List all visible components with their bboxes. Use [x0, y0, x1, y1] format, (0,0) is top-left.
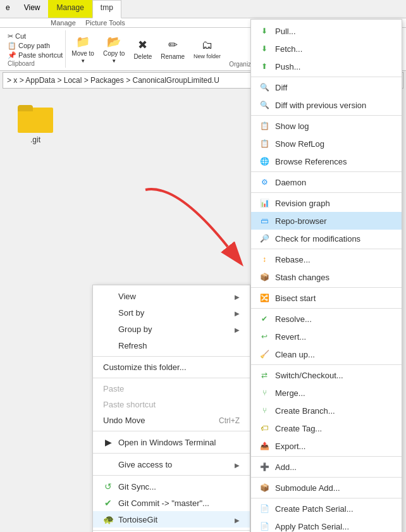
paste-shortcut-button[interactable]: 📌 Paste shortcut: [8, 51, 63, 60]
rename-button[interactable]: ✏ Rename: [157, 36, 188, 62]
graph-icon: 📊: [259, 197, 270, 209]
branch-icon: ⑂: [259, 405, 270, 416]
submenu-resolve[interactable]: ✔ Resolve...: [251, 310, 402, 328]
submenu-pull[interactable]: ⬇ Pull...: [251, 22, 402, 40]
cut-button[interactable]: ✂ Cut: [8, 32, 63, 41]
tag-icon: 🏷: [259, 423, 270, 434]
picture-tools-label: Manage Picture Tools: [51, 19, 125, 27]
daemon-icon: ⚙: [259, 176, 270, 188]
separator-2: [93, 378, 250, 378]
access-icon: [103, 459, 113, 469]
separator-5: [93, 475, 250, 476]
diff-prev-icon: 🔍: [259, 99, 270, 111]
fetch-icon: ⬇: [259, 43, 270, 54]
submenu-daemon[interactable]: ⚙ Daemon: [251, 173, 402, 191]
patch-icon: 📄: [259, 503, 270, 514]
menu-group-by[interactable]: Group by: [93, 321, 250, 337]
sub-sep-6: [251, 287, 402, 288]
submenu-add[interactable]: ➕ Add...: [251, 458, 402, 476]
tab-tmp[interactable]: tmp: [92, 0, 121, 18]
submenu-show-log[interactable]: 📋 Show log: [251, 117, 402, 135]
submenu-bisect[interactable]: 🔀 Bisect start: [251, 289, 402, 307]
submenu-create-branch[interactable]: ⑂ Create Branch...: [251, 402, 402, 419]
repo-icon: 🗃: [259, 215, 270, 226]
tortoisegit-submenu: ⬇ Pull... ⬇ Fetch... ⬆ Push... 🔍 Diff 🔍 …: [250, 19, 402, 532]
sub-sep-8: [251, 364, 402, 365]
sub-sep-1: [251, 77, 402, 77]
menu-refresh[interactable]: Refresh: [93, 337, 250, 354]
ribbon-tabs: e View Manage tmp: [0, 0, 406, 18]
view-icon: [103, 291, 113, 301]
submenu-diff-prev[interactable]: 🔍 Diff with previous version: [251, 96, 402, 114]
context-menu: View Sort by Group by Refresh Customize …: [92, 285, 250, 532]
scissors-icon: ✂: [8, 32, 13, 40]
submenu-push[interactable]: ⬆ Push...: [251, 58, 402, 75]
submenu-reflog[interactable]: 📋 Show RefLog: [251, 135, 402, 152]
rename-icon: ✏: [168, 38, 178, 52]
submenu-cleanup[interactable]: 🧹 Clean up...: [251, 345, 402, 363]
submenu-merge[interactable]: ⑂ Merge...: [251, 384, 402, 402]
clipboard-group: ✂ Cut 📋 Copy path 📌 Paste shortcut Clipb…: [5, 30, 66, 68]
tortoise-submenu-arrow: [235, 515, 240, 524]
push-icon: ⬆: [259, 61, 270, 72]
groupby-submenu-arrow: [235, 325, 240, 334]
sub-sep-4: [251, 192, 402, 193]
sub-sep-2: [251, 115, 402, 116]
menu-tortoisegit[interactable]: 🐢 TortoiseGit: [93, 511, 250, 528]
delete-button[interactable]: ✖ Delete: [130, 36, 155, 62]
copy-icon: 📋: [8, 42, 16, 50]
submenu-fetch[interactable]: ⬇ Fetch...: [251, 40, 402, 58]
submenu-rebase[interactable]: ↕ Rebase...: [251, 251, 402, 268]
tab-manage[interactable]: Manage: [48, 0, 92, 18]
menu-sort-by[interactable]: Sort by: [93, 304, 250, 321]
new-folder-button[interactable]: 🗂 New folder: [190, 37, 224, 61]
copy-folder-icon: 📂: [107, 35, 121, 49]
submenu-switch[interactable]: ⇄ Switch/Checkout...: [251, 366, 402, 384]
submenu-diff[interactable]: 🔍 Diff: [251, 78, 402, 96]
submenu-export[interactable]: 📤 Export...: [251, 437, 402, 455]
add-icon: ➕: [259, 461, 270, 473]
copy-chevron: ▼: [111, 58, 116, 64]
submenu-revert[interactable]: ↩ Revert...: [251, 328, 402, 345]
apply-icon: 📄: [259, 521, 270, 532]
tab-e[interactable]: e: [0, 0, 16, 18]
terminal-icon: ▶: [103, 437, 113, 447]
submenu-stash[interactable]: 📦 Stash changes: [251, 268, 402, 286]
submenu-browse-refs[interactable]: 🌐 Browse References: [251, 152, 402, 170]
tortoisegit-icon: 🐢: [103, 514, 113, 524]
submenu-submodule-add[interactable]: 📦 Submodule Add...: [251, 479, 402, 497]
menu-git-sync[interactable]: ↺ Git Sync...: [93, 478, 250, 495]
resolve-icon: ✔: [259, 313, 270, 325]
menu-undo-move[interactable]: Undo Move Ctrl+Z: [93, 412, 250, 428]
move-to-button[interactable]: 📁 Move to ▼: [68, 33, 97, 66]
folder-label: .git: [30, 135, 40, 144]
copy-to-button[interactable]: 📂 Copy to ▼: [100, 33, 128, 66]
separator-3: [93, 431, 250, 431]
diff-icon: 🔍: [259, 82, 270, 93]
refresh-icon: [103, 340, 113, 350]
menu-open-terminal[interactable]: ▶ Open in Windows Terminal: [93, 434, 250, 450]
sub-sep-9: [251, 456, 402, 457]
undo-shortcut: Ctrl+Z: [219, 416, 240, 425]
git-folder[interactable]: .git: [10, 100, 61, 162]
submenu-apply-patch[interactable]: 📄 Apply Patch Serial...: [251, 517, 402, 532]
view-submenu-arrow: [235, 292, 240, 301]
menu-view[interactable]: View: [93, 288, 250, 304]
reflog-icon: 📋: [259, 138, 270, 149]
submenu-create-tag[interactable]: 🏷 Create Tag...: [251, 419, 402, 437]
organize-group: 📁 Move to ▼ 📂 Copy to ▼ ✖ Delete ✏ Renam…: [68, 30, 254, 68]
menu-git-commit[interactable]: ✔ Git Commit -> "master"...: [93, 495, 250, 511]
sub-sep-7: [251, 308, 402, 309]
copy-path-button[interactable]: 📋 Copy path: [8, 41, 63, 51]
menu-give-access[interactable]: Give access to: [93, 456, 250, 473]
menu-paste-shortcut: Paste shortcut: [93, 397, 250, 412]
sort-icon: [103, 307, 113, 318]
submenu-create-patch[interactable]: 📄 Create Patch Serial...: [251, 500, 402, 517]
access-submenu-arrow: [235, 460, 240, 469]
clipboard-label: Clipboard: [8, 60, 63, 67]
submenu-revision-graph[interactable]: 📊 Revision graph: [251, 194, 402, 212]
submenu-check-mods[interactable]: 🔎 Check for modifications: [251, 230, 402, 247]
submenu-repo-browser[interactable]: 🗃 Repo-browser: [251, 212, 402, 230]
tab-view[interactable]: View: [16, 0, 49, 18]
menu-customize[interactable]: Customize this folder...: [93, 359, 250, 375]
